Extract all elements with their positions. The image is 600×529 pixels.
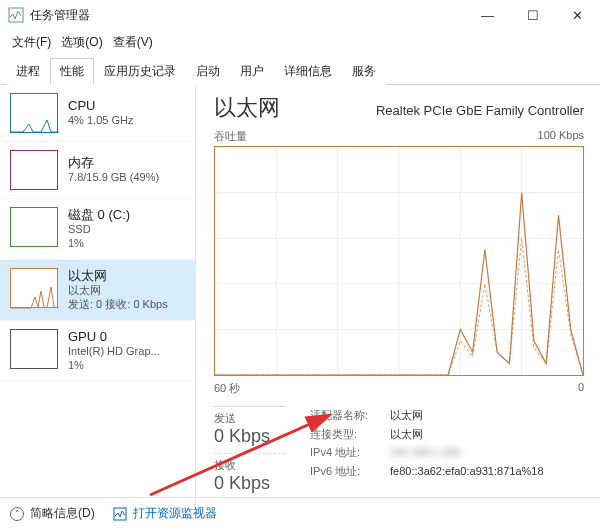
gpu-model: Intel(R) HD Grap... [68, 345, 160, 359]
window-title: 任务管理器 [30, 7, 465, 24]
content-area: CPU 4% 1.05 GHz 内存 7.8/15.9 GB (49%) 磁盘 … [0, 85, 600, 509]
cpu-title: CPU [68, 98, 133, 114]
cpu-mini-graph [10, 93, 58, 133]
maximize-button[interactable]: ☐ [510, 0, 555, 30]
tab-bar: 进程 性能 应用历史记录 启动 用户 详细信息 服务 [0, 57, 600, 85]
tab-users[interactable]: 用户 [230, 58, 274, 85]
footer: ˄ 简略信息(D) 打开资源监视器 [0, 497, 600, 529]
tab-app-history[interactable]: 应用历史记录 [94, 58, 186, 85]
sidebar: CPU 4% 1.05 GHz 内存 7.8/15.9 GB (49%) 磁盘 … [0, 85, 196, 509]
resource-monitor-link[interactable]: 打开资源监视器 [133, 505, 217, 522]
info-ipv4-val: 192.168.1.100 [390, 443, 460, 462]
adapter-name-header: Realtek PCIe GbE Family Controller [376, 103, 584, 118]
sidebar-item-disk[interactable]: 磁盘 0 (C:) SSD 1% [0, 199, 195, 260]
info-ipv6-key: IPv6 地址: [310, 462, 390, 481]
info-conn-key: 连接类型: [310, 425, 390, 444]
tab-processes[interactable]: 进程 [6, 58, 50, 85]
disk-type: SSD [68, 223, 130, 237]
details-section: 发送 0 Kbps 接收 0 Kbps 适配器名称:以太网 连接类型:以太网 I… [214, 406, 584, 500]
info-adapter-key: 适配器名称: [310, 406, 390, 425]
throughput-chart [214, 146, 584, 376]
tab-startup[interactable]: 启动 [186, 58, 230, 85]
memory-mini-graph [10, 150, 58, 190]
info-ipv6-val: fe80::3a62:efa0:a931:871a%18 [390, 462, 544, 481]
cpu-stats: 4% 1.05 GHz [68, 114, 133, 128]
sidebar-item-memory[interactable]: 内存 7.8/15.9 GB (49%) [0, 142, 195, 199]
send-label: 发送 [214, 411, 286, 426]
info-adapter-val: 以太网 [390, 406, 423, 425]
collapse-icon[interactable]: ˄ [10, 507, 24, 521]
gpu-title: GPU 0 [68, 329, 160, 345]
gpu-usage: 1% [68, 359, 160, 373]
gpu-mini-graph [10, 329, 58, 369]
menubar: 文件(F) 选项(O) 查看(V) [0, 30, 600, 57]
chart-ylabel: 吞吐量 [214, 129, 247, 144]
sidebar-item-ethernet[interactable]: 以太网 以太网 发送: 0 接收: 0 Kbps [0, 260, 195, 321]
sidebar-item-cpu[interactable]: CPU 4% 1.05 GHz [0, 85, 195, 142]
minimize-button[interactable]: — [465, 0, 510, 30]
task-manager-icon [8, 7, 24, 23]
recv-value: 0 Kbps [214, 473, 286, 494]
disk-mini-graph [10, 207, 58, 247]
chart-x-left: 60 秒 [214, 381, 240, 396]
main-panel: 以太网 Realtek PCIe GbE Family Controller 吞… [196, 85, 600, 509]
resource-monitor-icon [113, 507, 127, 521]
close-button[interactable]: ✕ [555, 0, 600, 30]
ethernet-stats: 发送: 0 接收: 0 Kbps [68, 298, 168, 312]
memory-title: 内存 [68, 155, 159, 171]
tab-details[interactable]: 详细信息 [274, 58, 342, 85]
info-ipv4-key: IPv4 地址: [310, 443, 390, 462]
menu-options[interactable]: 选项(O) [57, 32, 106, 53]
info-conn-val: 以太网 [390, 425, 423, 444]
recv-label: 接收 [214, 458, 286, 473]
memory-stats: 7.8/15.9 GB (49%) [68, 171, 159, 185]
tab-performance[interactable]: 性能 [50, 58, 94, 85]
chart-x-right: 0 [578, 381, 584, 396]
menu-file[interactable]: 文件(F) [8, 32, 55, 53]
ethernet-mini-graph [10, 268, 58, 308]
disk-usage: 1% [68, 237, 130, 251]
ethernet-type: 以太网 [68, 284, 168, 298]
menu-view[interactable]: 查看(V) [109, 32, 157, 53]
page-title: 以太网 [214, 93, 280, 123]
send-value: 0 Kbps [214, 426, 286, 447]
brief-info-link[interactable]: 简略信息(D) [30, 505, 95, 522]
tab-services[interactable]: 服务 [342, 58, 386, 85]
titlebar: 任务管理器 — ☐ ✕ [0, 0, 600, 30]
disk-title: 磁盘 0 (C:) [68, 207, 130, 223]
sidebar-item-gpu[interactable]: GPU 0 Intel(R) HD Grap... 1% [0, 321, 195, 382]
chart-ymax: 100 Kbps [538, 129, 584, 144]
ethernet-title: 以太网 [68, 268, 168, 284]
